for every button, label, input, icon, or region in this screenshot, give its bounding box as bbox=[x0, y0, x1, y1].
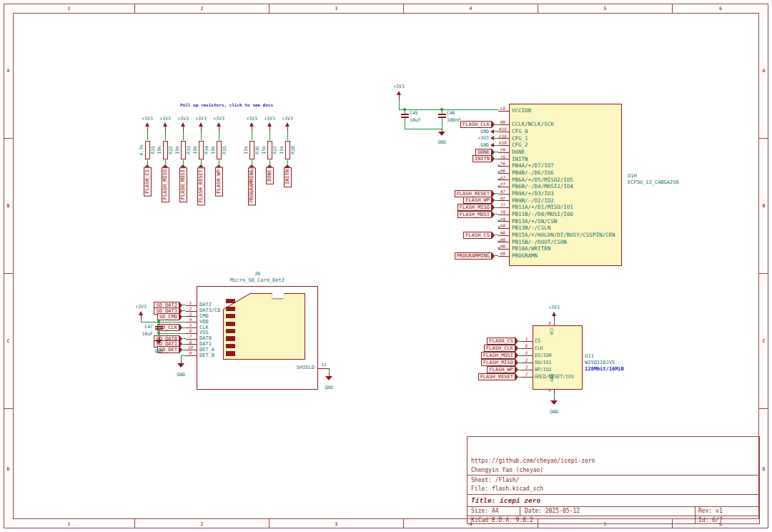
resistor-ref: R33 bbox=[187, 146, 192, 154]
fpga-pin-row: FLASH_WP M7 PB9B/-/D2/IO2 bbox=[386, 197, 629, 205]
power-net-label[interactable]: GND bbox=[480, 142, 489, 148]
no-connect-icon: ✕ bbox=[498, 246, 500, 251]
global-net-label[interactable]: INITN bbox=[284, 167, 292, 187]
resistor-body[interactable] bbox=[163, 141, 168, 159]
power-3v3-label: +3V3 bbox=[131, 305, 151, 310]
global-net-label[interactable]: FLASH_CS bbox=[144, 167, 152, 197]
fpga-pin-row: PROGRAMMING R9 PROGRAMN bbox=[386, 252, 629, 260]
power-3v3-label: +3V3 bbox=[213, 117, 224, 122]
gnd-label: GND bbox=[544, 410, 564, 415]
pin-stub[interactable]: 9 bbox=[186, 353, 197, 358]
global-net-label[interactable]: FLASH_MOSI bbox=[179, 167, 187, 202]
global-net-label[interactable]: PROGRAMMING bbox=[248, 167, 256, 205]
resistor-body[interactable] bbox=[199, 141, 204, 159]
flash-pin-row: FLASH_CS 1 C̅S̅ bbox=[468, 338, 611, 345]
resistor-body[interactable] bbox=[249, 141, 254, 159]
frame-row-label: A bbox=[759, 4, 768, 139]
power-3v3-icon[interactable] bbox=[144, 122, 151, 132]
pullup-resistor[interactable]: +3V3 10k R32 FLASH_MISO bbox=[157, 117, 174, 202]
resistor-body[interactable] bbox=[181, 141, 186, 159]
pin-name: PB6B/-/D4/MOSI2/IO4 bbox=[509, 184, 573, 189]
capacitor-plate[interactable] bbox=[155, 326, 163, 327]
pullup-resistor[interactable]: +3V3 15k R36 PROGRAMMING bbox=[243, 117, 260, 205]
pullup-resistor[interactable]: +3V3 15k R38 INITN bbox=[279, 117, 296, 187]
docs-note-text[interactable]: Pull up resistors, click to see docs bbox=[180, 102, 273, 107]
power-3v3-icon[interactable] bbox=[216, 122, 222, 132]
pin-name: CMD bbox=[197, 314, 209, 319]
wire bbox=[554, 393, 555, 398]
pin-name: H̅O̅L̅D̅/R̅E̅S̅E̅T̅/IO3 bbox=[533, 375, 574, 380]
global-net-label[interactable]: FLASH_MOSI bbox=[457, 211, 492, 218]
gnd-icon[interactable] bbox=[154, 338, 163, 345]
fpga-pin-row: FLASH_RESET N7 PB9A/+/D3/IO3 bbox=[386, 190, 629, 197]
pullup-resistor-bank: +3V3 4.7k R31 FLASH_CS +3V3 10k bbox=[139, 117, 296, 205]
global-label-arrow-icon bbox=[249, 164, 254, 167]
pin-name: CCLK/NCLK/SCK bbox=[509, 122, 554, 127]
pin-stub[interactable]: L6 bbox=[498, 107, 509, 114]
pullup-resistor[interactable]: +3V3 15k R37 DONE bbox=[261, 117, 278, 184]
resistor-body[interactable] bbox=[285, 141, 290, 159]
pin-line bbox=[498, 159, 509, 159]
power-3v3-icon[interactable] bbox=[249, 122, 255, 132]
global-net-label[interactable]: FLASH_CS bbox=[487, 338, 515, 345]
power-3v3-icon[interactable] bbox=[396, 91, 402, 100]
title-block-divider bbox=[467, 506, 759, 507]
global-net-label[interactable]: DONE bbox=[475, 149, 492, 156]
resistor-body[interactable] bbox=[217, 141, 222, 159]
pin-stub[interactable]: R9 bbox=[498, 252, 509, 260]
global-net-label[interactable]: PROGRAMMING bbox=[455, 252, 492, 260]
pullup-resistor[interactable]: +3V3 4.7k R31 FLASH_CS bbox=[139, 117, 156, 196]
global-net-label[interactable]: FLASH_RESET bbox=[197, 167, 205, 205]
pin-stub[interactable]: 7 bbox=[522, 373, 533, 380]
gnd-icon[interactable] bbox=[325, 374, 333, 381]
global-net-label[interactable]: FLASH_MISO bbox=[457, 204, 492, 211]
pin-name: VCC bbox=[550, 327, 554, 335]
power-3v3-icon[interactable] bbox=[284, 122, 291, 132]
pin-name: INITN bbox=[509, 157, 528, 162]
power-3v3-icon[interactable] bbox=[198, 122, 204, 132]
capacitor-value: 10uF bbox=[124, 332, 153, 337]
global-net-label[interactable]: FLASH_MISO bbox=[481, 359, 515, 366]
power-3v3-icon[interactable] bbox=[267, 122, 273, 132]
pin-name: PB15A/+/HOLDN/DI/BUSY/CSSPIN/CEN bbox=[509, 232, 615, 238]
global-net-label[interactable]: FLASH_MISO bbox=[162, 167, 169, 202]
sdcard-pin-row: 9 DET_B bbox=[114, 353, 257, 358]
flash-pin-row: FLASH_RESET 7 H̅O̅L̅D̅/R̅E̅S̅E̅T̅/IO3 bbox=[468, 373, 611, 380]
no-connect-icon: ✕ bbox=[498, 219, 500, 224]
resistor-value: 10k bbox=[175, 146, 180, 154]
gnd-icon[interactable] bbox=[550, 398, 558, 405]
global-net-label[interactable]: INITN bbox=[472, 155, 492, 162]
global-net-label[interactable]: FLASH_WP bbox=[463, 197, 492, 204]
pin-line bbox=[498, 124, 509, 125]
power-3v3-icon[interactable] bbox=[162, 122, 169, 132]
global-net-label[interactable]: FLASH_WP bbox=[487, 366, 515, 373]
global-net-label[interactable]: FLASH_CLK bbox=[460, 121, 492, 128]
gnd-icon[interactable] bbox=[177, 361, 185, 368]
resistor-body[interactable] bbox=[267, 141, 272, 159]
global-net-label[interactable]: FLASH_WP bbox=[215, 167, 223, 197]
global-label-arrow-icon bbox=[180, 164, 186, 167]
pin-line[interactable] bbox=[318, 368, 329, 369]
power-net-label[interactable]: +3V3 bbox=[477, 135, 489, 141]
pullup-resistor[interactable]: +3V3 10k R35 FLASH_WP bbox=[210, 117, 227, 196]
title-block: https://github.com/cheyao/icepi-zero Che… bbox=[467, 436, 760, 524]
pin-name: CFG_0 bbox=[509, 129, 528, 134]
global-net-label[interactable]: FLASH_MOSI bbox=[481, 352, 515, 359]
fpga-part: ECP5U_12_CABGA256 bbox=[628, 180, 679, 185]
fpga-pin-row: FLASH_CLK N9 CCLK/NCLK/SCK bbox=[386, 121, 629, 128]
power-3v3-icon[interactable] bbox=[180, 122, 187, 132]
global-net-label[interactable]: FLASH_CS bbox=[463, 232, 492, 239]
global-net-label[interactable]: FLASH_RESET bbox=[478, 373, 515, 380]
power-3v3-label: +3V3 bbox=[264, 117, 275, 122]
wire bbox=[269, 132, 270, 140]
global-net-label[interactable]: FLASH_CLK bbox=[484, 345, 515, 352]
power-3v3-icon[interactable] bbox=[551, 312, 558, 321]
pullup-resistor[interactable]: +3V3 10k R34 FLASH_RESET bbox=[192, 117, 209, 205]
global-net-label[interactable]: FLASH_RESET bbox=[455, 190, 492, 197]
fpga-pin-rows: L6 VCCIO8 FLASH_CLK N9 CCLK/N bbox=[386, 107, 629, 259]
power-net-label[interactable]: GND bbox=[480, 129, 489, 134]
resistor-body[interactable] bbox=[145, 141, 150, 159]
flash-part: W25Q128JVS bbox=[585, 360, 615, 365]
pullup-resistor[interactable]: +3V3 10k R33 FLASH_MOSI bbox=[174, 117, 192, 202]
global-net-label[interactable]: DONE bbox=[266, 167, 274, 184]
